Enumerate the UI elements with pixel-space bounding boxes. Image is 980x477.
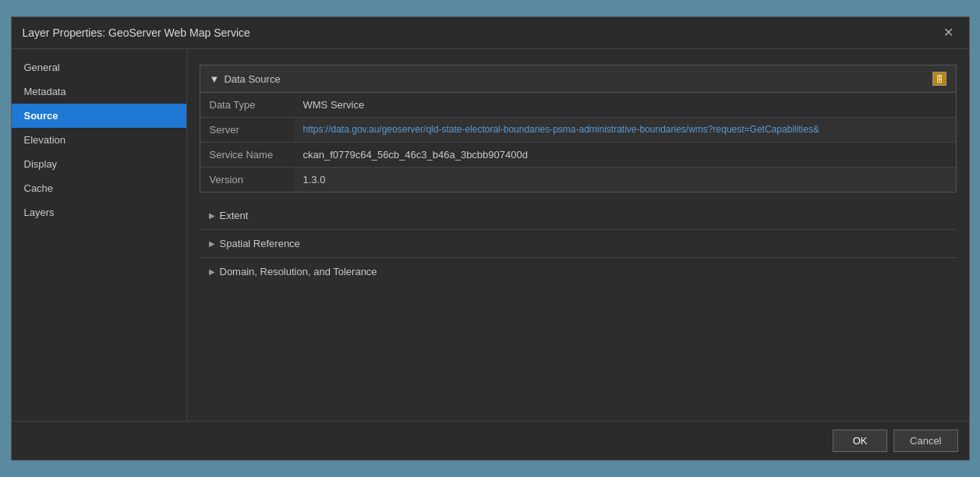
spatial-reference-section[interactable]: ▶ Spatial Reference — [200, 230, 957, 258]
table-row: Version 1.3.0 — [200, 168, 956, 193]
data-source-panel: ▼ Data Source 🗄 Data Type WMS Service — [200, 65, 957, 193]
row-value: WMS Service — [294, 93, 956, 118]
sidebar-item-elevation[interactable]: Elevation — [12, 128, 186, 152]
database-icon: 🗄 — [932, 72, 946, 86]
layer-properties-dialog: Layer Properties: GeoServer Web Map Serv… — [11, 16, 970, 461]
title-bar: Layer Properties: GeoServer Web Map Serv… — [12, 17, 969, 49]
row-key: Service Name — [200, 143, 294, 168]
data-source-header-left: ▼ Data Source — [210, 73, 281, 85]
row-value: 1.3.0 — [294, 168, 956, 193]
main-content: ▼ Data Source 🗄 Data Type WMS Service — [187, 49, 969, 421]
sidebar-item-source[interactable]: Source — [12, 104, 186, 128]
sidebar-item-general[interactable]: General — [12, 55, 186, 80]
spatial-reference-label: Spatial Reference — [220, 238, 300, 249]
data-source-section: ▼ Data Source 🗄 Data Type WMS Service — [200, 65, 957, 193]
table-row: Data Type WMS Service — [200, 93, 956, 118]
dialog-body: General Metadata Source Elevation Displa… — [12, 49, 969, 421]
row-key: Server — [200, 118, 294, 143]
domain-resolution-chevron-icon: ▶ — [209, 267, 215, 276]
data-source-table: Data Type WMS Service Server https://dat… — [200, 93, 956, 192]
sidebar-item-metadata[interactable]: Metadata — [12, 80, 186, 104]
sidebar-item-display[interactable]: Display — [12, 152, 186, 176]
data-source-chevron-icon: ▼ — [210, 73, 220, 85]
extent-chevron-icon: ▶ — [209, 211, 215, 220]
table-row: Server https://data.gov.au/geoserver/qld… — [200, 118, 956, 143]
row-key: Version — [200, 168, 294, 193]
sidebar-item-layers[interactable]: Layers — [12, 200, 186, 224]
domain-resolution-label: Domain, Resolution, and Tolerance — [220, 266, 377, 277]
spatial-reference-chevron-icon: ▶ — [209, 239, 215, 248]
extent-section[interactable]: ▶ Extent — [200, 202, 957, 230]
row-value: https://data.gov.au/geoserver/qld-state-… — [294, 118, 956, 143]
dialog-title: Layer Properties: GeoServer Web Map Serv… — [23, 26, 250, 39]
data-source-label: Data Source — [224, 73, 280, 85]
domain-resolution-section[interactable]: ▶ Domain, Resolution, and Tolerance — [200, 258, 957, 285]
row-value: ckan_f0779c64_56cb_46c3_b46a_3bcbb907400… — [294, 143, 956, 168]
server-link[interactable]: https://data.gov.au/geoserver/qld-state-… — [303, 124, 946, 135]
table-row: Service Name ckan_f0779c64_56cb_46c3_b46… — [200, 143, 956, 168]
row-key: Data Type — [200, 93, 294, 118]
ok-button[interactable]: OK — [833, 429, 887, 452]
data-source-header: ▼ Data Source 🗄 — [200, 65, 956, 93]
close-button[interactable]: ✕ — [939, 25, 958, 41]
extent-label: Extent — [220, 210, 249, 221]
cancel-button[interactable]: Cancel — [893, 429, 957, 452]
dialog-footer: OK Cancel — [12, 421, 969, 460]
sidebar: General Metadata Source Elevation Displa… — [12, 49, 187, 421]
sidebar-item-cache[interactable]: Cache — [12, 176, 186, 200]
